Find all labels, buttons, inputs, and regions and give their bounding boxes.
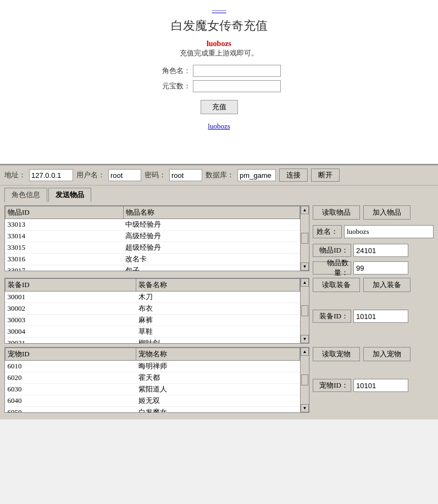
item-name-cell: 包子 — [123, 265, 300, 271]
db-label: 数据库： — [206, 170, 234, 180]
equip-id-cell: 30001 — [5, 292, 136, 303]
list-item[interactable]: 33015超级经验丹 — [5, 242, 300, 254]
pet-id-cell: 6050 — [5, 407, 136, 413]
equip-id-cell: 30003 — [5, 315, 136, 326]
equip-col-name: 装备名称 — [136, 279, 300, 292]
item-id-input[interactable] — [353, 244, 408, 257]
item-qty-input[interactable] — [353, 261, 408, 275]
equip-scroll-down[interactable]: ▼ — [301, 335, 309, 343]
list-item[interactable]: 30004草鞋 — [5, 326, 300, 338]
yuan-label: 元宝数： — [158, 81, 191, 91]
item-id-cell: 33015 — [5, 242, 124, 254]
pet-id-cell: 6020 — [5, 372, 136, 384]
equip-id-input[interactable] — [353, 310, 408, 323]
char-input[interactable] — [193, 65, 281, 77]
pet-name-cell: 紫阳道人 — [136, 384, 300, 395]
read-equip-button[interactable]: 读取装备 — [313, 278, 360, 292]
bottom-link[interactable]: luobozs — [208, 122, 230, 131]
read-pet-button[interactable]: 读取宠物 — [313, 347, 360, 361]
read-items-button[interactable]: 读取物品 — [313, 205, 360, 220]
equip-scroll-thumb[interactable] — [301, 305, 308, 316]
equip-table-container: 装备ID 装备名称 30001木刀30002布衣30003麻裤30004草鞋30… — [4, 278, 309, 344]
equip-name-cell: 布衣 — [136, 303, 300, 315]
add-items-button[interactable]: 加入物品 — [363, 205, 411, 220]
recharge-button[interactable]: 充值 — [201, 100, 238, 114]
pet-col-id: 宠物ID — [5, 348, 136, 361]
items-right-panel: 读取物品 加入物品 姓名： luobozs 物品ID： 物品数量： — [313, 205, 434, 275]
items-col-id: 物品ID — [5, 206, 124, 219]
pet-id-cell: 6040 — [5, 395, 136, 407]
yuan-input[interactable] — [193, 80, 281, 92]
list-item[interactable]: 6030紫阳道人 — [5, 384, 300, 395]
list-item[interactable]: 30021柳叶剑 — [5, 338, 300, 344]
item-id-label: 物品ID： — [313, 244, 351, 257]
addr-label: 地址： — [4, 170, 26, 180]
items-scroll-thumb[interactable] — [301, 233, 308, 244]
pass-input[interactable] — [169, 169, 202, 181]
connection-bar: 地址： 用户名： 密码： 数据库： 连接 断开 — [0, 165, 438, 186]
list-item[interactable]: 6050白发魔女 — [5, 407, 300, 413]
equip-scrollbar[interactable]: ▲ ▼ — [300, 278, 309, 343]
pet-scrollbar[interactable]: ▲ ▼ — [300, 348, 309, 412]
pet-id-cell: 6010 — [5, 361, 136, 372]
list-item[interactable]: 30003麻裤 — [5, 315, 300, 326]
list-item[interactable]: 30001木刀 — [5, 292, 300, 303]
items-section: 物品ID 物品名称 33013中级经验丹33014高级经验丹33015超级经验丹… — [4, 205, 434, 275]
pet-name-cell: 晦明禅师 — [136, 361, 300, 372]
items-scrollbar[interactable]: ▲ ▼ — [300, 206, 309, 271]
char-label: 角色名： — [158, 66, 191, 76]
list-item[interactable]: 30002布衣 — [5, 303, 300, 315]
list-item[interactable]: 33013中级经验丹 — [5, 219, 300, 231]
page-title: 白发魔女传奇充值 — [0, 18, 438, 34]
item-name-cell: 中级经验丹 — [123, 219, 300, 231]
pet-table: 宠物ID 宠物名称 6010晦明禅师6020霍天都6030紫阳道人6040姬无双… — [5, 348, 300, 412]
equip-id-cell: 30002 — [5, 303, 136, 315]
equip-name-cell: 麻裤 — [136, 315, 300, 326]
tab-send-items[interactable]: 发送物品 — [48, 188, 91, 202]
db-input[interactable] — [237, 169, 276, 181]
equip-section: 装备ID 装备名称 30001木刀30002布衣30003麻裤30004草鞋30… — [4, 278, 434, 344]
connect-button[interactable]: 连接 — [279, 169, 308, 182]
equip-name-cell: 柳叶剑 — [136, 338, 300, 344]
list-item[interactable]: 33017包子 — [5, 265, 300, 271]
items-table: 物品ID 物品名称 33013中级经验丹33014高级经验丹33015超级经验丹… — [5, 206, 300, 271]
addr-input[interactable] — [29, 169, 73, 181]
equip-scroll-up[interactable]: ▲ — [301, 278, 309, 287]
pet-right-panel: 读取宠物 加入宠物 宠物ID： — [313, 347, 434, 413]
user-input[interactable] — [108, 169, 141, 181]
items-table-container: 物品ID 物品名称 33013中级经验丹33014高级经验丹33015超级经验丹… — [4, 205, 309, 271]
list-item[interactable]: 6020霍天都 — [5, 372, 300, 384]
pet-table-container: 宠物ID 宠物名称 6010晦明禅师6020霍天都6030紫阳道人6040姬无双… — [4, 347, 309, 413]
pet-section: 宠物ID 宠物名称 6010晦明禅师6020霍天都6030紫阳道人6040姬无双… — [4, 347, 434, 413]
list-item[interactable]: 6010晦明禅师 — [5, 361, 300, 372]
name-value: luobozs — [344, 225, 434, 238]
equip-right-panel: 读取装备 加入装备 装备ID： — [313, 278, 434, 344]
item-id-cell: 33014 — [5, 231, 124, 242]
main-content: 物品ID 物品名称 33013中级经验丹33014高级经验丹33015超级经验丹… — [0, 202, 438, 419]
pet-scroll-down[interactable]: ▼ — [301, 404, 309, 412]
item-name-cell: 改名卡 — [123, 254, 300, 265]
name-label: 姓名： — [313, 225, 342, 238]
add-equip-button[interactable]: 加入装备 — [363, 278, 411, 292]
disconnect-button[interactable]: 断开 — [311, 169, 340, 182]
equip-id-label: 装备ID： — [313, 310, 351, 323]
tab-bar: 角色信息 发送物品 — [0, 186, 438, 202]
list-item[interactable]: 33014高级经验丹 — [5, 231, 300, 242]
item-id-cell: 33017 — [5, 265, 124, 271]
equip-name-cell: 草鞋 — [136, 326, 300, 338]
add-pet-button[interactable]: 加入宠物 — [363, 347, 411, 361]
pet-scroll-thumb[interactable] — [301, 374, 308, 385]
pet-id-label: 宠物ID： — [313, 379, 351, 392]
items-scroll-up[interactable]: ▲ — [301, 206, 309, 214]
top-section: —— 白发魔女传奇充值 luobozs 充值完成重上游戏即可。 角色名： 元宝数… — [0, 0, 438, 164]
pet-id-input[interactable] — [353, 379, 408, 392]
list-item[interactable]: 33016改名卡 — [5, 254, 300, 265]
pet-id-cell: 6030 — [5, 384, 136, 395]
pet-name-cell: 白发魔女 — [136, 407, 300, 413]
subtitle-black: 充值完成重上游戏即可。 — [0, 48, 438, 58]
pet-scroll-up[interactable]: ▲ — [301, 348, 309, 356]
list-item[interactable]: 6040姬无双 — [5, 395, 300, 407]
equip-col-id: 装备ID — [5, 279, 136, 292]
items-scroll-down[interactable]: ▼ — [301, 262, 309, 271]
tab-char-info[interactable]: 角色信息 — [4, 188, 47, 202]
